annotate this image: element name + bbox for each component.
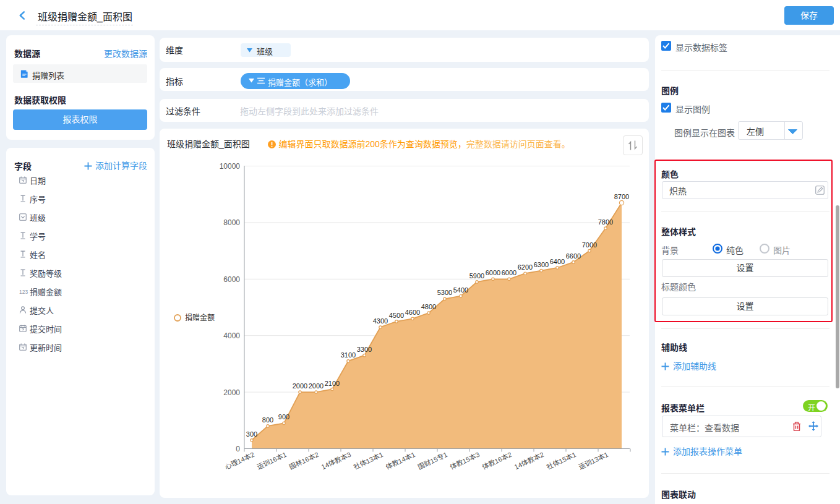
svg-text:4500: 4500 <box>389 312 404 319</box>
svg-text:4000: 4000 <box>223 331 240 340</box>
svg-text:4800: 4800 <box>421 303 436 310</box>
svg-text:5300: 5300 <box>437 289 452 296</box>
svg-text:体教16本2: 体教16本2 <box>481 450 513 471</box>
svg-text:6400: 6400 <box>550 258 565 265</box>
svg-text:3100: 3100 <box>341 351 356 359</box>
svg-text:6000: 6000 <box>486 269 500 276</box>
svg-text:社体15本1: 社体15本1 <box>545 450 577 471</box>
svg-text:800: 800 <box>262 416 273 424</box>
svg-text:7800: 7800 <box>598 218 613 226</box>
svg-text:6300: 6300 <box>534 261 549 268</box>
svg-text:2000: 2000 <box>293 382 307 390</box>
svg-text:0: 0 <box>236 445 240 453</box>
svg-text:4300: 4300 <box>373 317 388 325</box>
svg-text:国财15专1: 国财15专1 <box>416 450 448 471</box>
svg-text:14体教本3: 14体教本3 <box>320 450 352 471</box>
svg-text:7000: 7000 <box>582 241 597 249</box>
svg-text:社体13本1: 社体13本1 <box>352 450 384 471</box>
svg-text:5900: 5900 <box>469 272 484 280</box>
svg-text:6000: 6000 <box>223 275 240 284</box>
svg-text:运训16本1: 运训16本1 <box>255 450 288 471</box>
svg-text:10000: 10000 <box>220 162 241 171</box>
svg-text:捐赠金额: 捐赠金额 <box>185 313 215 322</box>
svg-text:8700: 8700 <box>614 193 629 200</box>
svg-text:运训13本1: 运训13本1 <box>577 450 609 471</box>
svg-text:2000: 2000 <box>309 382 324 390</box>
svg-text:2000: 2000 <box>223 388 240 397</box>
svg-text:6000: 6000 <box>502 269 516 276</box>
svg-text:5400: 5400 <box>453 286 468 294</box>
svg-text:6600: 6600 <box>566 252 581 260</box>
svg-text:8000: 8000 <box>223 218 240 227</box>
svg-text:体教15本3: 体教15本3 <box>448 450 481 471</box>
svg-text:体教14本1: 体教14本1 <box>384 450 416 471</box>
svg-text:300: 300 <box>246 430 257 438</box>
svg-text:园林16本2: 园林16本2 <box>288 450 320 471</box>
svg-text:3300: 3300 <box>357 346 372 353</box>
svg-text:14体教本2: 14体教本2 <box>513 450 545 471</box>
svg-text:6200: 6200 <box>518 263 533 271</box>
svg-text:4600: 4600 <box>405 309 420 316</box>
svg-text:2100: 2100 <box>325 380 340 387</box>
svg-text:900: 900 <box>278 413 289 421</box>
